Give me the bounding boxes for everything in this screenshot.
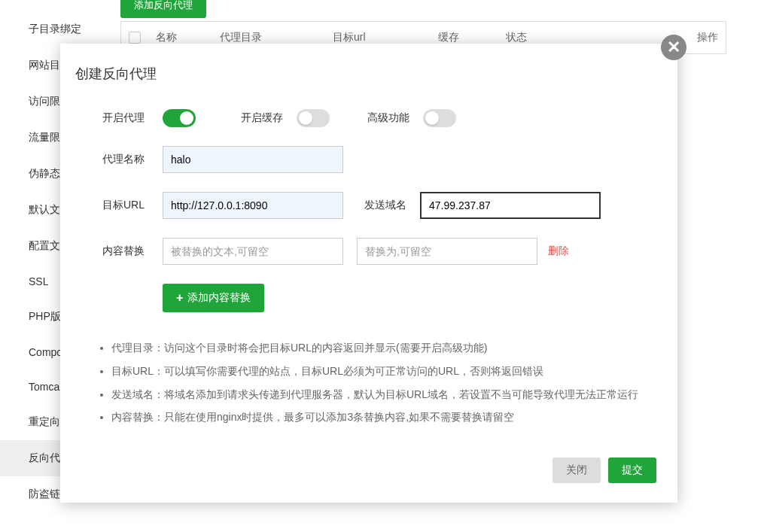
close-icon: ✕ bbox=[667, 39, 680, 56]
proxy-name-input[interactable] bbox=[163, 146, 343, 173]
enable-cache-toggle[interactable] bbox=[297, 109, 330, 127]
modal-title: 创建反向代理 bbox=[75, 65, 656, 83]
proxy-name-label: 代理名称 bbox=[102, 153, 163, 166]
help-item: 代理目录：访问这个目录时将会把目标URL的内容返回并显示(需要开启高级功能) bbox=[111, 336, 656, 360]
replace-from-input[interactable] bbox=[163, 238, 343, 265]
help-item: 目标URL：可以填写你需要代理的站点，目标URL必须为可正常访问的URL，否则将… bbox=[111, 360, 656, 383]
target-url-input[interactable] bbox=[163, 192, 343, 219]
advanced-label: 高级功能 bbox=[367, 111, 409, 125]
enable-cache-label: 开启缓存 bbox=[241, 111, 283, 125]
enable-proxy-label: 开启代理 bbox=[102, 111, 163, 125]
content-replace-label: 内容替换 bbox=[102, 245, 163, 258]
th-status: 状态 bbox=[506, 31, 656, 44]
enable-proxy-toggle[interactable] bbox=[163, 109, 196, 127]
add-replace-button[interactable]: + 添加内容替换 bbox=[163, 284, 264, 312]
send-domain-label: 发送域名 bbox=[364, 199, 406, 212]
add-proxy-button[interactable]: 添加反向代理 bbox=[120, 0, 206, 18]
replace-to-input[interactable] bbox=[357, 238, 537, 265]
send-domain-input[interactable] bbox=[420, 192, 601, 219]
select-all-checkbox[interactable] bbox=[129, 32, 141, 44]
help-item: 内容替换：只能在使用nginx时提供，最多可以添加3条替换内容,如果不需要替换请… bbox=[111, 406, 656, 429]
plus-icon: + bbox=[176, 291, 183, 305]
help-list: 代理目录：访问这个目录时将会把目标URL的内容返回并显示(需要开启高级功能) 目… bbox=[81, 336, 656, 429]
th-dir: 代理目录 bbox=[220, 31, 333, 44]
target-url-label: 目标URL bbox=[102, 199, 163, 212]
delete-replace-link[interactable]: 删除 bbox=[548, 245, 569, 258]
th-url: 目标url bbox=[333, 31, 438, 44]
add-replace-label: 添加内容替换 bbox=[187, 291, 251, 305]
th-name: 名称 bbox=[156, 31, 220, 44]
help-item: 发送域名：将域名添加到请求头传递到代理服务器，默认为目标URL域名，若设置不当可… bbox=[111, 383, 656, 406]
cancel-button[interactable]: 关闭 bbox=[552, 458, 601, 483]
create-proxy-modal: ✕ 创建反向代理 开启代理 开启缓存 高级功能 代理名称 目标URL 发送域名 bbox=[60, 44, 677, 503]
close-button[interactable]: ✕ bbox=[661, 35, 686, 60]
sidebar-item-subdir[interactable]: 子目录绑定 bbox=[0, 11, 117, 47]
th-cache: 缓存 bbox=[438, 31, 506, 44]
submit-button[interactable]: 提交 bbox=[608, 458, 656, 483]
advanced-toggle[interactable] bbox=[423, 109, 456, 127]
